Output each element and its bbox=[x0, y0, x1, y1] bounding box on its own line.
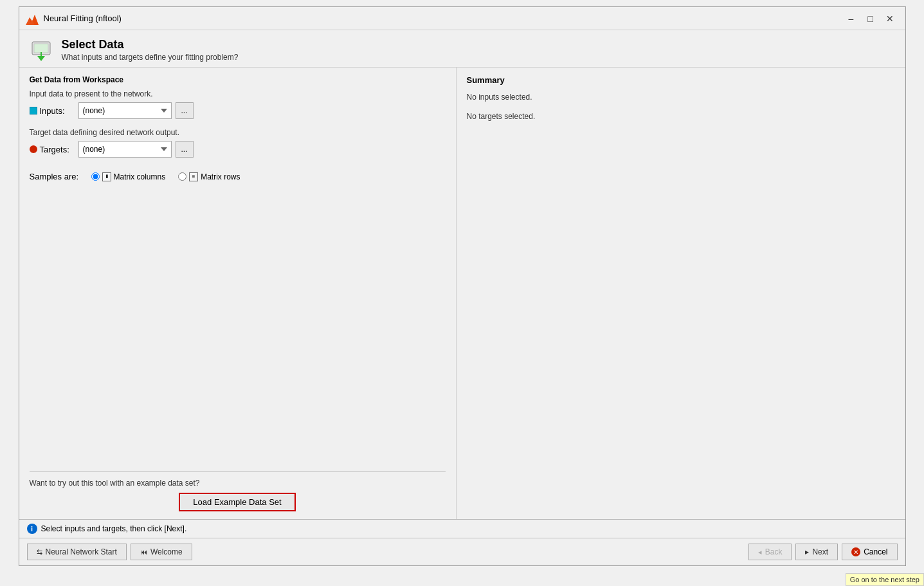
inputs-section: Input data to present to the network. In… bbox=[30, 89, 446, 119]
welcome-icon: ⏮ bbox=[140, 548, 147, 556]
load-question: Want to try out this tool with an exampl… bbox=[30, 479, 446, 488]
neural-network-start-icon: ⇆ bbox=[37, 548, 42, 556]
matrix-rows-label: Matrix rows bbox=[201, 172, 240, 181]
close-button[interactable]: ✕ bbox=[881, 12, 899, 26]
select-data-icon bbox=[30, 38, 53, 61]
targets-section: Target data defining desired network out… bbox=[30, 128, 446, 158]
samples-label: Samples are: bbox=[30, 172, 81, 181]
matrix-columns-option[interactable]: ⏸ Matrix columns bbox=[91, 172, 166, 181]
panel-divider bbox=[30, 472, 446, 472]
bottom-bar: ⇆ Neural Network Start ⏮ Welcome ◂ Back … bbox=[19, 538, 905, 565]
matrix-rows-radio[interactable] bbox=[178, 172, 186, 181]
tooltip: Go on to the next step bbox=[846, 573, 924, 586]
matrix-rows-icon: ≡ bbox=[189, 172, 198, 181]
neural-network-start-button[interactable]: ⇆ Neural Network Start bbox=[27, 544, 127, 560]
inputs-icon bbox=[30, 107, 37, 114]
targets-browse-button[interactable]: ... bbox=[176, 141, 194, 158]
back-arrow-icon: ◂ bbox=[758, 548, 762, 556]
load-example-button[interactable]: Load Example Data Set bbox=[179, 493, 295, 511]
samples-radio-group: ⏸ Matrix columns ≡ Matrix rows bbox=[91, 172, 240, 181]
welcome-button[interactable]: ⏮ Welcome bbox=[131, 544, 192, 560]
inputs-description: Input data to present to the network. bbox=[30, 89, 446, 98]
no-targets-text: No targets selected. bbox=[467, 112, 895, 121]
inputs-label: Inputs: bbox=[30, 106, 75, 116]
targets-icon bbox=[30, 145, 37, 153]
matrix-columns-label: Matrix columns bbox=[114, 172, 166, 181]
section-label: Get Data from Workspace bbox=[30, 75, 446, 84]
targets-description: Target data defining desired network out… bbox=[30, 128, 446, 137]
samples-row: Samples are: ⏸ Matrix columns ≡ Matrix r… bbox=[30, 172, 446, 181]
back-button[interactable]: ◂ Back bbox=[748, 544, 792, 560]
summary-title: Summary bbox=[467, 75, 895, 85]
window-title: Neural Fitting (nftool) bbox=[44, 14, 122, 23]
next-arrow-icon-left: ▸ bbox=[805, 547, 809, 556]
svg-rect-3 bbox=[34, 44, 48, 53]
targets-select[interactable]: (none) bbox=[78, 141, 172, 158]
title-bar: Neural Fitting (nftool) – □ ✕ bbox=[19, 7, 905, 30]
info-icon: i bbox=[27, 524, 37, 534]
status-message: Select inputs and targets, then click [N… bbox=[41, 524, 187, 533]
page-title: Select Data bbox=[62, 38, 239, 51]
bottom-right-buttons: ◂ Back ▸ Next ✕ Cancel bbox=[748, 544, 898, 560]
header-section: Select Data What inputs and targets defi… bbox=[19, 30, 905, 67]
inputs-browse-button[interactable]: ... bbox=[176, 102, 194, 119]
window-controls: – □ ✕ bbox=[842, 12, 899, 26]
left-panel: Get Data from Workspace Input data to pr… bbox=[19, 68, 457, 519]
page-subtitle: What inputs and targets define your fitt… bbox=[62, 53, 239, 62]
load-section: Want to try out this tool with an exampl… bbox=[30, 479, 446, 511]
targets-label: Targets: bbox=[30, 145, 75, 154]
svg-marker-4 bbox=[37, 56, 45, 61]
matrix-columns-icon: ⏸ bbox=[102, 172, 111, 181]
next-button[interactable]: ▸ Next bbox=[795, 544, 838, 560]
cancel-button[interactable]: ✕ Cancel bbox=[842, 544, 897, 560]
matrix-columns-radio[interactable] bbox=[91, 172, 100, 181]
minimize-button[interactable]: – bbox=[842, 12, 860, 26]
matrix-rows-option[interactable]: ≡ Matrix rows bbox=[178, 172, 240, 181]
cancel-icon: ✕ bbox=[851, 547, 860, 556]
status-bar: i Select inputs and targets, then click … bbox=[19, 519, 905, 538]
bottom-left-buttons: ⇆ Neural Network Start ⏮ Welcome bbox=[27, 544, 192, 560]
inputs-select[interactable]: (none) bbox=[78, 102, 172, 119]
maximize-button[interactable]: □ bbox=[862, 12, 880, 26]
matlab-logo-icon bbox=[26, 12, 39, 25]
no-inputs-text: No inputs selected. bbox=[467, 93, 895, 102]
right-panel: Summary No inputs selected. No targets s… bbox=[457, 68, 905, 519]
